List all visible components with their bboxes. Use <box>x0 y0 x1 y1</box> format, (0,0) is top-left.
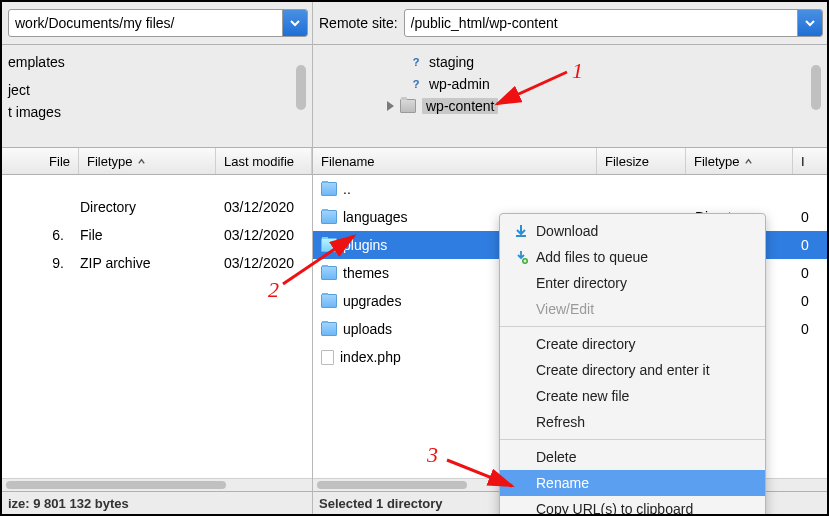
tree-item[interactable]: ? staging <box>319 51 823 73</box>
remote-tree[interactable]: ? staging ? wp-admin wp-content <box>313 45 827 148</box>
context-menu: Download Add files to queue Enter direct… <box>499 213 766 516</box>
col-modified[interactable]: Last modifie <box>216 148 312 174</box>
col-filetype[interactable]: Filetype <box>686 148 793 174</box>
menu-refresh[interactable]: Refresh <box>500 409 765 435</box>
remote-path-dropdown[interactable]: /public_html/wp-content <box>404 9 823 37</box>
tree-item[interactable]: ? wp-admin <box>319 73 823 95</box>
download-icon <box>514 224 528 238</box>
remote-columns: Filename Filesize Filetype I <box>313 148 827 175</box>
unknown-icon: ? <box>409 55 423 69</box>
col-filename[interactable]: Filename <box>313 148 597 174</box>
list-item: 9. ZIP archive 03/12/2020 <box>2 249 312 277</box>
folder-icon <box>321 266 337 280</box>
folder-icon <box>400 99 416 113</box>
sort-asc-icon <box>137 154 146 169</box>
menu-view-edit: View/Edit <box>500 296 765 322</box>
scrollbar-thumb[interactable] <box>811 65 821 110</box>
local-status: ize: 9 801 132 bytes <box>2 491 312 514</box>
menu-enter[interactable]: Enter directory <box>500 270 765 296</box>
list-item[interactable]: .. <box>313 175 827 203</box>
col-extra[interactable]: I <box>793 148 827 174</box>
tree-item: ject <box>8 79 308 101</box>
dropdown-icon[interactable] <box>282 10 307 36</box>
local-columns: File Filetype Last modifie <box>2 148 312 175</box>
list-item: Directory 03/12/2020 <box>2 193 312 221</box>
dropdown-icon[interactable] <box>797 10 822 36</box>
list-item: 6. File 03/12/2020 <box>2 221 312 249</box>
tree-item: emplates <box>8 51 308 73</box>
tree-item-selected[interactable]: wp-content <box>319 95 823 117</box>
menu-create-dir[interactable]: Create directory <box>500 331 765 357</box>
menu-delete[interactable]: Delete <box>500 444 765 470</box>
folder-icon <box>321 182 337 196</box>
expand-icon[interactable] <box>387 101 394 111</box>
col-filesize[interactable]: Filesize <box>597 148 686 174</box>
folder-icon <box>321 210 337 224</box>
folder-icon <box>321 294 337 308</box>
local-tree[interactable]: emplates ject t images <box>2 45 312 148</box>
tree-item: t images <box>8 101 308 123</box>
local-path-dropdown[interactable]: work/Documents/my files/ <box>8 9 308 37</box>
folder-icon <box>321 322 337 336</box>
menu-create-dir-enter[interactable]: Create directory and enter it <box>500 357 765 383</box>
col-filetype[interactable]: Filetype <box>79 148 216 174</box>
remote-site-label: Remote site: <box>319 15 398 31</box>
h-scrollbar[interactable] <box>2 478 312 491</box>
folder-icon <box>321 238 337 252</box>
sort-asc-icon <box>744 154 753 169</box>
menu-rename[interactable]: Rename <box>500 470 765 496</box>
menu-copy-url[interactable]: Copy URL(s) to clipboard <box>500 496 765 516</box>
remote-path-bar: Remote site: /public_html/wp-content <box>313 2 827 45</box>
menu-create-file[interactable]: Create new file <box>500 383 765 409</box>
col-file[interactable]: File <box>2 148 79 174</box>
local-path-bar: work/Documents/my files/ <box>2 2 312 45</box>
local-file-list[interactable]: Directory 03/12/2020 6. File 03/12/2020 … <box>2 175 312 478</box>
file-icon <box>321 350 334 365</box>
unknown-icon: ? <box>409 77 423 91</box>
ftp-client-window: work/Documents/my files/ emplates ject t… <box>0 0 829 516</box>
menu-queue[interactable]: Add files to queue <box>500 244 765 270</box>
svg-rect-0 <box>516 235 526 237</box>
local-path-text: work/Documents/my files/ <box>15 15 282 31</box>
remote-path-text: /public_html/wp-content <box>411 15 797 31</box>
menu-download[interactable]: Download <box>500 218 765 244</box>
download-plus-icon <box>514 250 528 264</box>
local-pane: work/Documents/my files/ emplates ject t… <box>2 2 313 514</box>
scrollbar-thumb[interactable] <box>296 65 306 110</box>
